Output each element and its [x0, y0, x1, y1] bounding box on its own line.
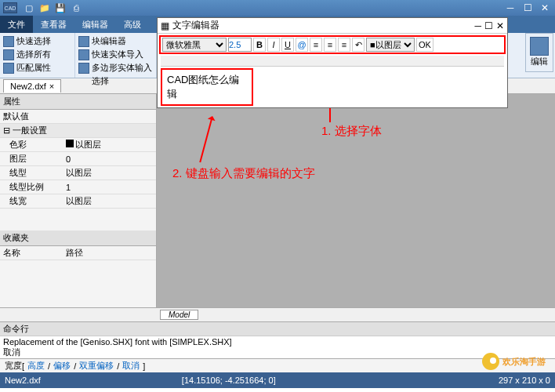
status-height[interactable]: 高度 — [27, 360, 45, 372]
ok-button[interactable]: OK — [416, 38, 433, 52]
layer-select[interactable]: ■以图层 — [366, 38, 415, 52]
text-editor-dialog: ▦ 文字编辑器 ─ ☐ ✕ 微软雅黑 B I U @ ≡ ≡ ≡ ↶ ■以图层 … — [157, 17, 508, 108]
footer-bar: New2.dxf [14.15106; -4.251664; 0] 297 x … — [0, 372, 555, 388]
print-icon[interactable]: ⎙ — [71, 2, 82, 13]
main-area: 属性 默认值 ⊟ 一般设置 色彩以图层 图层0 线型以图层 线型比例1 线宽以图… — [0, 94, 555, 307]
props-header: 属性 — [0, 94, 156, 110]
align-right-icon[interactable]: ≡ — [338, 38, 350, 52]
fav-cols: 名称路径 — [0, 246, 156, 260]
bold-button[interactable]: B — [253, 38, 266, 52]
footer-coords: [14.15106; -4.251664; 0] — [182, 376, 276, 385]
right-toolbar: 编辑 — [525, 33, 553, 72]
footer-file: New2.dxf — [5, 376, 41, 385]
te-max-icon[interactable]: ☐ — [484, 20, 493, 31]
annotation-arrow-2 — [199, 117, 212, 162]
align-left-icon[interactable]: ≡ — [310, 38, 322, 52]
prop-ltscale[interactable]: 线型比例1 — [0, 180, 156, 194]
model-tab[interactable]: Model — [160, 310, 198, 320]
watermark: 欢乐淘手游 — [482, 353, 546, 370]
model-tabs: Model — [0, 307, 555, 321]
undo-icon[interactable]: ↶ — [352, 38, 365, 52]
tab-editor[interactable]: 编辑器 — [74, 16, 116, 33]
te-titlebar: ▦ 文字编辑器 ─ ☐ ✕ — [158, 18, 507, 34]
prop-layer[interactable]: 图层0 — [0, 152, 156, 166]
status-cancel[interactable]: 取消 — [122, 360, 140, 372]
cmd-header: 命令行 — [0, 322, 555, 336]
poly-icon — [78, 63, 89, 74]
watermark-icon — [482, 353, 499, 370]
maximize-icon[interactable]: ☐ — [521, 2, 535, 13]
footer-dims: 297 x 210 x 0 — [499, 376, 550, 385]
close-icon[interactable]: ✕ — [538, 2, 552, 13]
prop-linetype[interactable]: 线型以图层 — [0, 166, 156, 180]
color-swatch — [66, 140, 74, 147]
quick-select[interactable]: 快速选择 — [3, 34, 71, 48]
tab-advanced[interactable]: 高级 — [116, 16, 149, 33]
te-min-icon[interactable]: ─ — [474, 20, 481, 31]
open-icon[interactable]: 📁 — [39, 2, 50, 13]
match-props[interactable]: 匹配属性 — [3, 61, 71, 74]
te-text-input[interactable]: CAD图纸怎么编辑 — [161, 68, 253, 106]
select-icon — [3, 36, 14, 47]
cmd-line2: 取消 — [3, 347, 552, 358]
cmd-line1: Replacement of the [Geniso.SHX] font wit… — [3, 337, 552, 347]
block-editor[interactable]: 块编辑器 — [78, 34, 153, 48]
status-width: 宽度 — [5, 360, 22, 372]
font-select[interactable]: 微软雅黑 — [162, 38, 227, 52]
prop-color[interactable]: 色彩以图层 — [0, 138, 156, 152]
te-icon: ▦ — [161, 20, 169, 31]
new-icon[interactable]: ▢ — [24, 2, 34, 13]
fav-header: 收藏夹 — [0, 230, 156, 246]
title-bar: CAD ▢ 📁 💾 ⎙ ─ ☐ ✕ — [0, 0, 555, 16]
annotation-2: 2. 键盘输入需要编辑的文字 — [172, 166, 315, 181]
close-tab-icon[interactable]: × — [49, 82, 54, 91]
underline-button[interactable]: U — [281, 38, 294, 52]
te-close-icon[interactable]: ✕ — [496, 20, 504, 31]
select-all[interactable]: 选择所有 — [3, 48, 71, 61]
match-icon — [3, 63, 14, 74]
edit-label: 编辑 — [531, 56, 548, 67]
app-logo: CAD — [3, 2, 17, 13]
size-input[interactable] — [228, 38, 252, 52]
at-button[interactable]: @ — [296, 38, 308, 52]
watermark-text: 欢乐淘手游 — [502, 356, 546, 368]
minimize-icon[interactable]: ─ — [503, 2, 517, 13]
te-toolbar: 微软雅黑 B I U @ ≡ ≡ ≡ ↶ ■以图层 OK — [159, 35, 506, 54]
quick-import[interactable]: 快速实体导入 — [78, 48, 153, 61]
command-area: 命令行 Replacement of the [Geniso.SHX] font… — [0, 321, 555, 358]
left-panel: 属性 默认值 ⊟ 一般设置 色彩以图层 图层0 线型以图层 线型比例1 线宽以图… — [0, 94, 157, 307]
selectall-icon — [3, 49, 14, 60]
align-center-icon[interactable]: ≡ — [324, 38, 336, 52]
status-offset[interactable]: 偏移 — [53, 360, 71, 372]
select-btn[interactable]: 选择 — [78, 74, 153, 88]
block-icon — [78, 36, 89, 47]
annotation-1: 1. 选择字体 — [321, 124, 382, 139]
window-controls: ─ ☐ ✕ — [503, 2, 552, 13]
section-row[interactable]: ⊟ 一般设置 — [0, 124, 156, 138]
tab-file[interactable]: 文件 — [0, 16, 33, 33]
polygon-input[interactable]: 多边形实体输入 — [78, 61, 153, 74]
status-bar: 宽度 [ 高度/ 偏移/ 双重偏移/ 取消 ] — [0, 358, 555, 372]
prop-lineweight[interactable]: 线宽以图层 — [0, 194, 156, 209]
status-sep2: ] — [143, 361, 145, 371]
te-ruler — [161, 56, 504, 67]
doc-tab[interactable]: New2.dxf× — [3, 79, 61, 93]
canvas[interactable]: ▦ 文字编辑器 ─ ☐ ✕ 微软雅黑 B I U @ ≡ ≡ ≡ ↶ ■以图层 … — [157, 94, 555, 307]
edit-icon[interactable] — [530, 37, 549, 56]
status-sep: [ — [22, 361, 24, 371]
save-icon[interactable]: 💾 — [55, 2, 66, 13]
tab-viewer[interactable]: 查看器 — [33, 16, 74, 33]
status-dbloffset[interactable]: 双重偏移 — [79, 360, 114, 372]
italic-button[interactable]: I — [267, 38, 280, 52]
default-row[interactable]: 默认值 — [0, 110, 156, 124]
te-title-text: 文字编辑器 — [172, 19, 219, 32]
import-icon — [78, 49, 89, 60]
quick-access: ▢ 📁 💾 ⎙ — [24, 2, 82, 13]
cmd-body[interactable]: Replacement of the [Geniso.SHX] font wit… — [0, 336, 555, 358]
